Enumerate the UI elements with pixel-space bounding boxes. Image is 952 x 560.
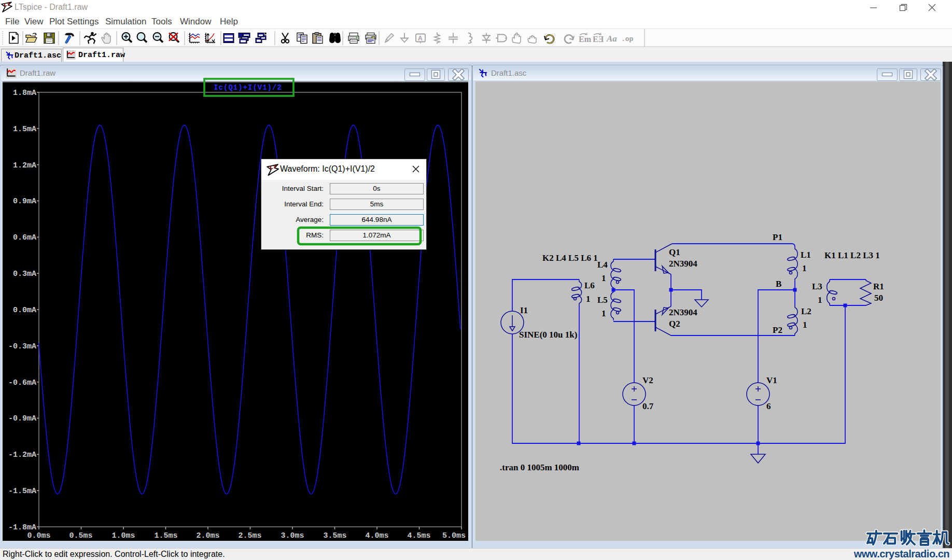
svg-text:www.crystalradio.cn: www.crystalradio.cn [853, 548, 949, 559]
